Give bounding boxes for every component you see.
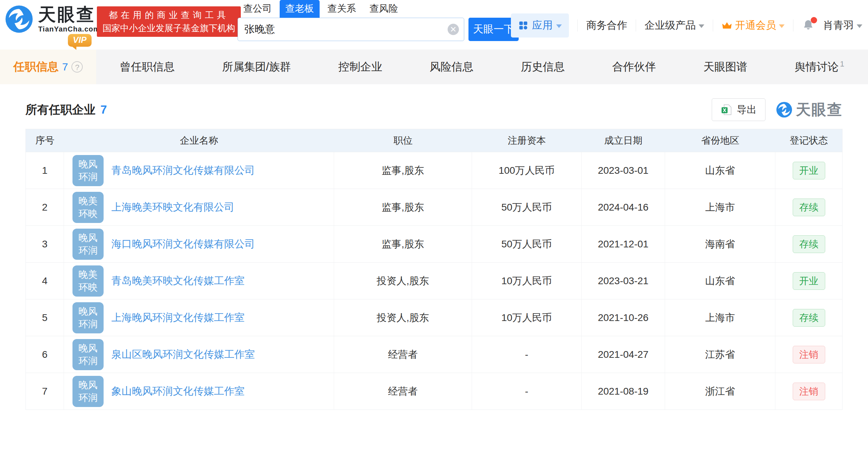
- nav-enterprise-products[interactable]: 企业级产品: [645, 18, 704, 33]
- position-cell: 投资人,股东: [334, 263, 472, 299]
- tab-graph[interactable]: 天眼图谱: [704, 59, 747, 74]
- company-logo[interactable]: 晚美环映: [72, 265, 104, 297]
- col-region: 省份地区: [665, 129, 775, 152]
- watermark-logo: 天眼查: [776, 100, 843, 120]
- company-logo[interactable]: 晚风环润: [72, 302, 104, 333]
- tab-controlled-companies[interactable]: 控制企业: [338, 59, 382, 74]
- tab-group-cluster[interactable]: 所属集团/族群: [222, 59, 291, 74]
- status-cell: 存续: [775, 226, 842, 262]
- logo-line2: 环润: [78, 171, 98, 183]
- export-button[interactable]: 导出: [712, 98, 765, 121]
- tab-public-opinion[interactable]: 舆情讨论1: [795, 59, 844, 74]
- province-cell: 江苏省: [665, 336, 775, 373]
- tianyancha-logo[interactable]: 天眼查 TianYanCha.com: [5, 5, 100, 33]
- apps-grid-icon: [518, 20, 529, 31]
- tab-label: 舆情讨论: [795, 61, 839, 73]
- province-cell: 上海市: [665, 299, 775, 336]
- status-badge: 注销: [793, 346, 825, 363]
- capital-cell: 100万人民币: [472, 152, 582, 189]
- export-label: 导出: [737, 103, 757, 116]
- position-cell: 经营者: [334, 373, 472, 409]
- section-title: 所有任职企业: [25, 102, 95, 118]
- top-nav: 应用 商务合作 企业级产品 开通会员 肖青羽: [511, 13, 862, 38]
- company-link[interactable]: 上海晚美环映文化有限公司: [111, 200, 234, 214]
- apps-menu[interactable]: 应用: [511, 13, 569, 38]
- status-cell: 注销: [775, 336, 842, 373]
- company-link[interactable]: 泉山区晚风环润文化传媒工作室: [111, 348, 255, 362]
- company-cell: 晚美环映 上海晚美环映文化有限公司: [64, 189, 334, 225]
- user-menu[interactable]: 肖青羽: [823, 18, 862, 33]
- logo-title: 天眼查: [38, 5, 100, 24]
- logo-line1: 晚风: [78, 342, 98, 355]
- tab-risk-info[interactable]: 风险信息: [430, 59, 473, 74]
- nav-business-cooperation[interactable]: 商务合作: [586, 18, 627, 33]
- company-link[interactable]: 青岛晚美环映文化传媒工作室: [111, 274, 245, 288]
- col-capital: 注册资本: [472, 129, 582, 152]
- search-tab-company[interactable]: 查公司: [238, 0, 278, 18]
- company-logo[interactable]: 晚风环润: [72, 155, 104, 186]
- divider: [793, 19, 793, 31]
- tab-partners[interactable]: 合作伙伴: [612, 59, 656, 74]
- company-link[interactable]: 海口晚风环润文化传媒有限公司: [111, 237, 255, 251]
- company-logo[interactable]: 晚风环润: [72, 339, 104, 370]
- help-icon[interactable]: ?: [71, 61, 83, 73]
- table-row: 5 晚风环润 上海晚风环润文化传媒工作室 投资人,股东 10万人民币 2021-…: [26, 299, 842, 336]
- company-logo[interactable]: 晚风环润: [72, 229, 104, 260]
- col-company: 企业名称: [64, 129, 334, 152]
- position-cell: 监事,股东: [334, 152, 472, 189]
- company-logo[interactable]: 晚风环润: [72, 376, 104, 407]
- position-cell: 投资人,股东: [334, 299, 472, 336]
- search-tab-risk[interactable]: 查风险: [364, 0, 404, 18]
- date-cell: 2021-12-01: [582, 226, 665, 262]
- search-tab-boss[interactable]: 查老板: [280, 0, 320, 18]
- company-link[interactable]: 青岛晚风环润文化传媒有限公司: [111, 164, 255, 178]
- user-name: 肖青羽: [823, 18, 854, 33]
- logo-subtitle: TianYanCha.com: [38, 25, 100, 33]
- watermark-text: 天眼查: [796, 100, 843, 120]
- status-badge: 注销: [793, 383, 825, 400]
- chevron-down-icon: [857, 24, 862, 28]
- search-tab-relation[interactable]: 查关系: [322, 0, 362, 18]
- company-cell: 晚风环润 青岛晚风环润文化传媒有限公司: [64, 152, 334, 189]
- company-logo[interactable]: 晚美环映: [72, 192, 104, 223]
- col-founded: 成立日期: [582, 129, 665, 152]
- status-cell: 开业: [775, 263, 842, 299]
- company-cell: 晚风环润 上海晚风环润文化传媒工作室: [64, 299, 334, 336]
- chevron-down-icon: [556, 24, 562, 28]
- date-cell: 2021-04-27: [582, 336, 665, 373]
- nav-open-membership[interactable]: 开通会员: [722, 18, 785, 33]
- table-row: 6 晚风环润 泉山区晚风环润文化传媒工作室 经营者 - 2021-04-27 江…: [26, 336, 842, 373]
- company-cell: 晚风环润 泉山区晚风环润文化传媒工作室: [64, 336, 334, 373]
- search-tabs: 查公司 查老板 查关系 查风险: [238, 2, 519, 18]
- page-tab-bar: VIP 任职信息 7 ? 曾任职信息 所属集团/族群 控制企业 风险信息 历史信…: [0, 50, 868, 84]
- row-no: 2: [26, 189, 64, 225]
- positions-table: 序号 企业名称 职位 注册资本 成立日期 省份地区 登记状态 1 晚风环润 青岛…: [25, 129, 843, 410]
- province-cell: 浙江省: [665, 373, 775, 409]
- chevron-down-icon: [699, 24, 704, 28]
- tab-current-positions[interactable]: VIP 任职信息 7 ?: [0, 50, 96, 84]
- capital-cell: 10万人民币: [472, 263, 582, 299]
- logo-line2: 环映: [78, 281, 98, 294]
- search-input[interactable]: [238, 18, 464, 41]
- company-link[interactable]: 象山晚风环润文化传媒工作室: [111, 384, 245, 398]
- status-badge: 存续: [793, 309, 825, 327]
- table-row: 4 晚美环映 青岛晚美环映文化传媒工作室 投资人,股东 10万人民币 2023-…: [26, 262, 842, 299]
- section-count: 7: [100, 103, 107, 116]
- divider: [713, 19, 713, 31]
- status-cell: 存续: [775, 189, 842, 225]
- status-badge: 开业: [793, 272, 825, 290]
- crown-icon: [722, 20, 732, 31]
- logo-text: 天眼查 TianYanCha.com: [38, 5, 100, 33]
- tab-history-info[interactable]: 历史信息: [521, 59, 565, 74]
- notifications-button[interactable]: [802, 19, 815, 32]
- section-header: 所有任职企业 7 导出 天眼查: [25, 98, 843, 121]
- clear-icon[interactable]: ✕: [448, 24, 459, 35]
- logo-line2: 环润: [78, 244, 98, 257]
- company-link[interactable]: 上海晚风环润文化传媒工作室: [111, 311, 245, 325]
- tab-former-positions[interactable]: 曾任职信息: [120, 59, 175, 74]
- status-cell: 存续: [775, 299, 842, 336]
- logo-line2: 环润: [78, 391, 98, 404]
- logo-line1: 晚风: [78, 305, 98, 318]
- divider: [577, 19, 578, 31]
- search-box: ✕ 天眼一下: [238, 18, 519, 41]
